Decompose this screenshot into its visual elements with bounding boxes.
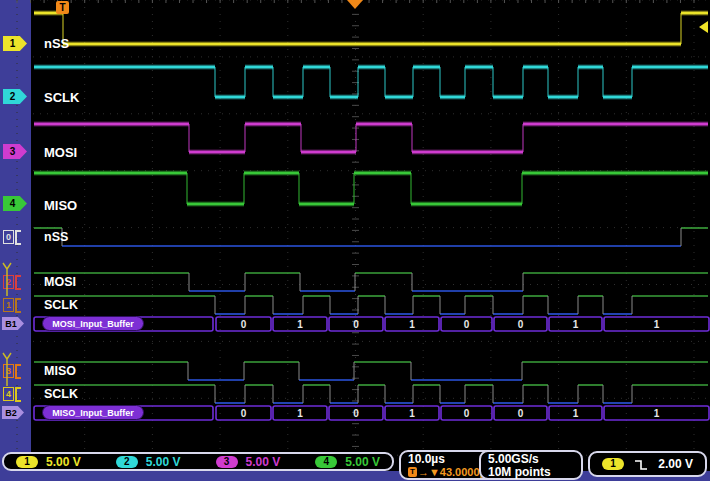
channel-4-badge: 4 [315, 456, 337, 468]
digital-channel-d2-label: MOSI [44, 275, 76, 289]
svg-text:1: 1 [409, 319, 415, 330]
record-length: 10M points [488, 466, 581, 479]
analog-channel-4-label: MISO [44, 198, 77, 213]
svg-text:1: 1 [297, 408, 303, 419]
channel-3-badge: 3 [216, 456, 238, 468]
channel-scale-value: 5.00 V [46, 455, 81, 469]
channel-2-scale-readout: 25.00 V [116, 455, 181, 469]
svg-text:0: 0 [464, 319, 470, 330]
svg-text:0: 0 [464, 408, 470, 419]
channel-1-scale-readout: 15.00 V [16, 455, 81, 469]
falling-edge-icon [634, 457, 648, 471]
channel-1-badge: 1 [16, 456, 38, 468]
digital-channel-bracket [15, 387, 21, 402]
svg-text:0: 0 [518, 319, 524, 330]
digital-group-marker-icon [1, 262, 13, 304]
svg-text:0: 0 [241, 319, 247, 330]
oscilloscope-screen: 0101001101010011 1nSS2SCLK3MOSI4MISO0nSS… [0, 0, 710, 481]
delay-arrows-icon: →▼ [418, 466, 440, 478]
channel-2-badge: 2 [116, 456, 138, 468]
svg-text:1: 1 [654, 319, 660, 330]
svg-text:1: 1 [654, 408, 660, 419]
svg-text:0: 0 [353, 319, 359, 330]
bus-B1-label-pill: MOSI_Input_Buffer [42, 316, 144, 331]
channel-scale-value: 5.00 V [345, 455, 380, 469]
svg-text:1: 1 [573, 319, 579, 330]
digital-channel-d0-badge: 0 [3, 230, 21, 245]
analog-channel-1-label: nSS [44, 36, 69, 51]
analog-channel-2-label: SCLK [44, 90, 79, 105]
digital-channel-d0-label: nSS [44, 230, 68, 244]
trigger-position-flag: T [56, 1, 69, 14]
digital-channel-bracket [15, 275, 21, 290]
trigger-level-value: 2.00 V [658, 457, 693, 471]
svg-text:1: 1 [297, 319, 303, 330]
digital-channel-d3-label: MISO [44, 364, 76, 378]
digital-channel-bracket [15, 230, 21, 245]
digital-channel-bracket [15, 298, 21, 313]
svg-text:1: 1 [573, 408, 579, 419]
channel-scale-value: 5.00 V [246, 455, 281, 469]
channel-scales-readout: 15.00 V25.00 V35.00 V45.00 V [2, 452, 394, 471]
channel-3-scale-readout: 35.00 V [216, 455, 281, 469]
digital-channel-number: 0 [3, 230, 14, 244]
channel-4-scale-readout: 45.00 V [315, 455, 380, 469]
trigger-time-icon: T [408, 467, 417, 477]
trigger-level-arrow [699, 21, 708, 33]
digital-channel-bracket [15, 364, 21, 379]
expansion-point-marker [347, 0, 363, 9]
digital-group-marker-icon [1, 352, 13, 394]
trigger-readout: 1 2.00 V [588, 451, 707, 477]
digital-channel-d1-label: SCLK [44, 298, 78, 312]
svg-text:1: 1 [409, 408, 415, 419]
channel-scale-value: 5.00 V [146, 455, 181, 469]
acquisition-readout: 5.00GS/s 10M points [479, 450, 583, 480]
svg-text:0: 0 [518, 408, 524, 419]
digital-channel-d4-label: SCLK [44, 387, 78, 401]
trigger-source-badge: 1 [602, 458, 624, 470]
analog-channel-3-label: MOSI [44, 145, 77, 160]
svg-text:0: 0 [353, 408, 359, 419]
svg-text:0: 0 [241, 408, 247, 419]
bus-B2-label-pill: MISO_Input_Buffer [42, 405, 144, 420]
